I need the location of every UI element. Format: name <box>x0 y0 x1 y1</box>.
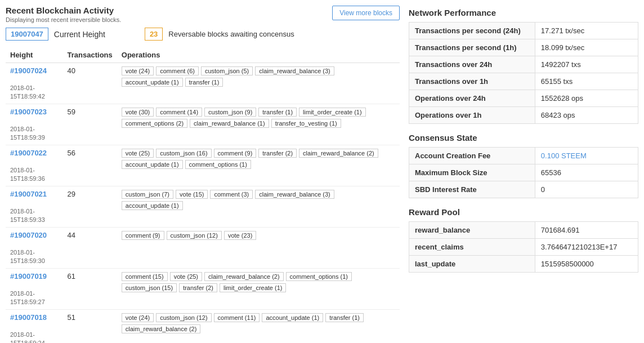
block-link[interactable]: #19007024 <box>10 66 59 75</box>
op-tag[interactable]: limit_order_create (1) <box>220 283 287 292</box>
block-link[interactable]: #19007023 <box>10 108 59 116</box>
stat-label: Account Creation Fee <box>409 148 535 164</box>
block-link[interactable]: #19007021 <box>10 190 59 198</box>
network-stat-row: Transactions over 1h65155 txs <box>409 73 638 90</box>
table-row: #190070222018-01-15T18:59:3656vote (25)c… <box>6 145 400 186</box>
block-date: 2018-01-15T18:59:27 <box>10 290 45 305</box>
current-height-label: Current Height <box>54 30 105 39</box>
block-link[interactable]: #19007018 <box>10 313 59 322</box>
op-tag[interactable]: account_update (1) <box>122 78 183 87</box>
op-tag[interactable]: comment (11) <box>214 313 260 322</box>
stat-label: Transactions over 1h <box>409 73 535 90</box>
block-link[interactable]: #19007019 <box>10 272 59 280</box>
stat-value: 3.7646471210213E+17 <box>535 239 638 256</box>
block-height-cell: #190070222018-01-15T18:59:36 <box>6 145 63 186</box>
table-row: #190070202018-01-15T18:59:3044comment (9… <box>6 228 400 269</box>
stat-value: 68423 ops <box>535 107 638 124</box>
op-tag[interactable]: comment (9) <box>122 231 164 240</box>
op-tag[interactable]: comment (14) <box>156 108 202 117</box>
block-height-cell: #190070192018-01-15T18:59:27 <box>6 269 63 310</box>
block-link[interactable]: #19007020 <box>10 231 59 239</box>
block-date: 2018-01-15T18:59:39 <box>10 126 45 141</box>
stat-value: 65536 <box>535 164 638 181</box>
op-tag[interactable]: transfer (1) <box>185 78 223 87</box>
right-panel: Network Performance Transactions per sec… <box>409 6 638 343</box>
view-more-button[interactable]: View more blocks <box>332 6 400 20</box>
network-stat-row: Transactions over 24h1492207 txs <box>409 56 638 73</box>
op-tag[interactable]: vote (24) <box>122 313 154 322</box>
op-tag[interactable]: vote (25) <box>122 149 154 158</box>
panel-subtitle: Displaying most recent irreversible bloc… <box>6 16 121 23</box>
stat-label: Operations over 24h <box>409 90 535 107</box>
op-tag[interactable]: comment (9) <box>214 149 257 158</box>
op-tag[interactable]: limit_order_create (1) <box>299 108 366 117</box>
consensus-state-title: Consensus State <box>409 133 638 142</box>
reversible-label: Reversable blocks awaiting concensus <box>168 30 294 38</box>
op-tag[interactable]: transfer (1) <box>325 313 364 322</box>
col-transactions: Transactions <box>63 47 117 63</box>
left-panel: Recent Blockchain Activity Displaying mo… <box>6 6 400 343</box>
op-tag[interactable]: custom_json (12) <box>167 231 222 240</box>
col-height: Height <box>6 47 63 63</box>
block-txns-cell: 51 <box>63 310 117 344</box>
table-row: #190070192018-01-15T18:59:2761comment (1… <box>6 269 400 310</box>
op-tag[interactable]: claim_reward_balance (2) <box>299 149 378 158</box>
op-tag[interactable]: comment_options (2) <box>122 119 187 128</box>
block-date: 2018-01-15T18:59:36 <box>10 167 45 182</box>
stat-value: 0 <box>535 181 638 198</box>
stat-label: Operations over 1h <box>409 107 535 124</box>
op-tag[interactable]: comment_options (1) <box>185 160 251 169</box>
block-height-cell: #190070212018-01-15T18:59:33 <box>6 186 63 228</box>
op-tag[interactable]: claim_reward_balance (2) <box>204 272 284 281</box>
block-ops-cell: vote (24)comment (6)custom_json (5)claim… <box>117 63 400 104</box>
stat-label: SBD Interest Rate <box>409 181 535 198</box>
op-tag[interactable]: vote (25) <box>170 272 202 281</box>
block-height-cell: #190070202018-01-15T18:59:30 <box>6 228 63 269</box>
op-tag[interactable]: claim_reward_balance (2) <box>122 324 201 333</box>
op-tag[interactable]: vote (23) <box>224 231 256 240</box>
op-tag[interactable]: custom_json (5) <box>201 66 253 75</box>
current-height-badge[interactable]: 19007047 <box>6 28 48 41</box>
op-tag[interactable]: vote (24) <box>122 66 154 75</box>
block-txns-cell: 29 <box>63 186 117 228</box>
network-stat-row: Transactions per second (1h)18.099 tx/se… <box>409 39 638 56</box>
op-tag[interactable]: comment_options (1) <box>286 272 352 281</box>
stat-value: 1552628 ops <box>535 90 638 107</box>
op-tag[interactable]: transfer (2) <box>258 149 297 158</box>
reward-stat-row: last_update1515958500000 <box>409 256 638 273</box>
block-ops-cell: comment (9)custom_json (12)vote (23) <box>117 228 400 269</box>
op-tag[interactable]: comment (15) <box>122 272 168 281</box>
reward-pool-table: reward_balance701684.691recent_claims3.7… <box>409 221 638 273</box>
block-height-cell: #190070242018-01-15T18:59:42 <box>6 63 63 104</box>
consensus-stat-row: Account Creation Fee0.100 STEEM <box>409 148 638 164</box>
op-tag[interactable]: transfer (2) <box>179 283 217 292</box>
op-tag[interactable]: transfer (1) <box>258 108 297 117</box>
block-link[interactable]: #19007022 <box>10 149 59 157</box>
op-tag[interactable]: claim_reward_balance (3) <box>255 66 334 75</box>
col-operations: Operations <box>117 47 400 63</box>
op-tag[interactable]: comment (6) <box>156 66 199 75</box>
block-ops-cell: vote (24)custom_json (12)comment (11)acc… <box>117 310 400 344</box>
op-tag[interactable]: custom_json (7) <box>122 190 173 199</box>
op-tag[interactable]: claim_reward_balance (1) <box>190 119 269 128</box>
op-tag[interactable]: account_update (1) <box>122 201 183 210</box>
op-tag[interactable]: custom_json (9) <box>204 108 256 117</box>
panel-title-group: Recent Blockchain Activity Displaying mo… <box>6 6 121 23</box>
op-tag[interactable]: account_update (1) <box>262 313 323 322</box>
network-stat-row: Transactions per second (24h)17.271 tx/s… <box>409 23 638 39</box>
op-tag[interactable]: custom_json (15) <box>122 283 177 292</box>
op-tag[interactable]: vote (30) <box>122 108 154 117</box>
op-tag[interactable]: claim_reward_balance (3) <box>255 190 334 199</box>
op-tag[interactable]: transfer_to_vesting (1) <box>271 119 341 128</box>
stat-label: Transactions per second (24h) <box>409 23 535 39</box>
op-tag[interactable]: custom_json (16) <box>156 149 211 158</box>
block-txns-cell: 40 <box>63 63 117 104</box>
op-tag[interactable]: account_update (1) <box>122 160 183 169</box>
op-tag[interactable]: comment (3) <box>210 190 253 199</box>
op-tag[interactable]: custom_json (12) <box>156 313 211 322</box>
op-tag[interactable]: vote (15) <box>176 190 208 199</box>
blockchain-table: Height Transactions Operations #19007024… <box>6 47 400 343</box>
steem-link[interactable]: 0.100 STEEM <box>541 152 587 160</box>
block-height-cell: #190070232018-01-15T18:59:39 <box>6 104 63 145</box>
current-height-row: 19007047 Current Height 23 Reversable bl… <box>6 28 400 41</box>
